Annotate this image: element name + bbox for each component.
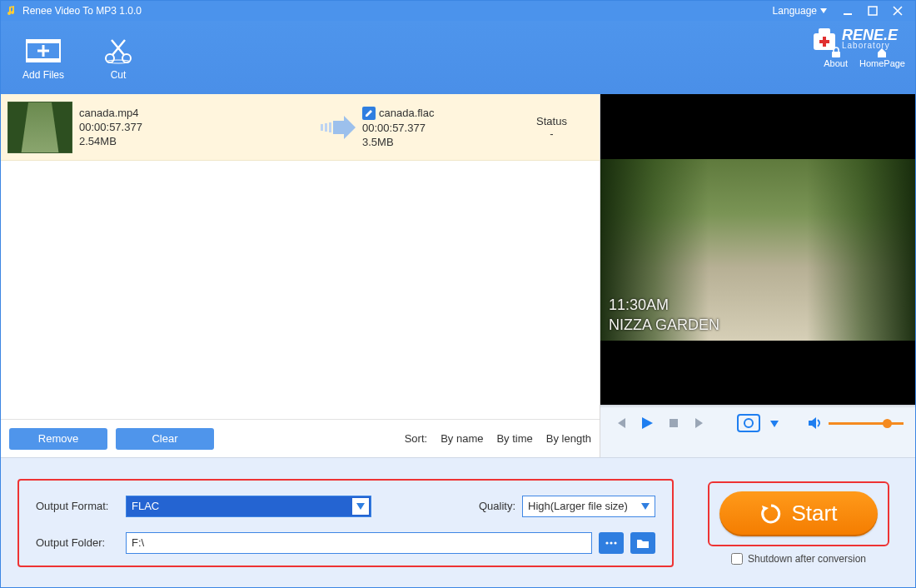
format-label: Output Format: (36, 500, 119, 512)
add-files-icon (6, 34, 81, 67)
status-header: Status (504, 115, 600, 127)
homepage-label: HomePage (859, 58, 905, 68)
scissors-icon (81, 34, 156, 67)
video-thumbnail (7, 102, 72, 153)
svg-rect-3 (27, 40, 60, 43)
minimize-button[interactable] (835, 3, 860, 18)
next-button[interactable] (692, 415, 709, 431)
about-label: About (824, 58, 848, 68)
maximize-button[interactable] (860, 3, 885, 18)
chevron-down-icon (820, 8, 827, 13)
more-button[interactable] (599, 532, 624, 554)
svg-rect-0 (844, 13, 852, 15)
volume-slider[interactable] (829, 422, 904, 425)
svg-rect-4 (27, 58, 60, 62)
add-files-button[interactable]: Add Files (6, 34, 81, 81)
start-highlight-box: Start (708, 481, 889, 546)
quality-label: Quality: (479, 500, 515, 512)
logo-text: RENE.E (842, 29, 898, 41)
overlay-time: 11:30AM (609, 295, 719, 315)
snapshot-button[interactable] (737, 414, 760, 432)
shutdown-checkbox-row[interactable]: Shutdown after conversion (731, 553, 866, 565)
file-row[interactable]: canada.mp4 00:00:57.377 2.54MB canada.fl… (1, 94, 600, 161)
cut-label: Cut (81, 69, 156, 81)
stop-button[interactable] (665, 415, 682, 431)
sort-label: Sort: (405, 432, 427, 445)
browse-folder-button[interactable] (630, 532, 655, 554)
svg-rect-13 (329, 122, 331, 132)
dest-duration: 00:00:57.377 (362, 122, 504, 134)
chevron-down-icon (352, 498, 369, 515)
overlay-place: NIZZA GARDEN (609, 315, 719, 335)
app-title: Renee Video To MP3 1.0.0 (22, 5, 773, 17)
sort-by-time[interactable]: By time (496, 432, 532, 445)
svg-rect-11 (321, 124, 323, 131)
quality-value: High(Larger file size) (528, 500, 628, 512)
svg-rect-14 (670, 419, 678, 427)
output-settings-box: Output Format: FLAC Quality: High(Larger… (17, 479, 674, 567)
status-value: - (504, 127, 600, 140)
file-list[interactable]: canada.mp4 00:00:57.377 2.54MB canada.fl… (1, 94, 600, 419)
svg-rect-10 (819, 28, 830, 35)
close-button[interactable] (885, 3, 910, 18)
source-duration: 00:00:57.377 (79, 121, 312, 133)
medkit-icon (810, 25, 839, 53)
folder-input[interactable] (126, 532, 592, 554)
clear-button[interactable]: Clear (116, 428, 214, 450)
folder-label: Output Folder: (36, 536, 119, 549)
convert-arrow-icon (312, 116, 362, 139)
preview-video[interactable]: 11:30AM NIZZA GARDEN (600, 94, 915, 405)
preview-pane: 11:30AM NIZZA GARDEN (600, 94, 915, 405)
snapshot-chevron[interactable] (770, 416, 779, 431)
app-icon (6, 5, 17, 17)
source-filesize: 2.54MB (79, 135, 312, 147)
volume-icon[interactable] (807, 415, 824, 431)
format-dropdown[interactable]: FLAC (126, 496, 371, 517)
play-button[interactable] (639, 415, 655, 431)
refresh-icon (760, 503, 782, 525)
svg-point-17 (614, 541, 616, 544)
svg-rect-1 (869, 7, 877, 15)
source-filename: canada.mp4 (79, 107, 312, 119)
cut-button[interactable]: Cut (81, 34, 156, 81)
svg-point-16 (610, 541, 612, 544)
dest-filesize: 3.5MB (362, 136, 504, 148)
quality-dropdown[interactable]: High(Larger file size) (522, 496, 655, 517)
add-files-label: Add Files (6, 69, 81, 81)
sort-by-name[interactable]: By name (441, 432, 483, 445)
dest-filename: canada.flac (379, 107, 435, 119)
start-label: Start (792, 501, 838, 526)
chevron-down-icon (641, 500, 650, 512)
sort-by-length[interactable]: By length (546, 432, 591, 445)
brand-logo: RENE.E Laboratory (810, 25, 898, 53)
remove-button[interactable]: Remove (9, 428, 107, 450)
format-value: FLAC (132, 500, 159, 512)
start-button[interactable]: Start (719, 491, 878, 536)
language-label: Language (773, 5, 817, 17)
svg-rect-12 (325, 123, 327, 132)
language-selector[interactable]: Language (773, 5, 827, 17)
prev-button[interactable] (612, 415, 629, 431)
svg-point-15 (605, 541, 608, 544)
shutdown-label: Shutdown after conversion (748, 553, 866, 565)
edit-icon[interactable] (362, 107, 376, 120)
logo-subtext: Laboratory (842, 41, 898, 50)
shutdown-checkbox[interactable] (731, 553, 743, 565)
